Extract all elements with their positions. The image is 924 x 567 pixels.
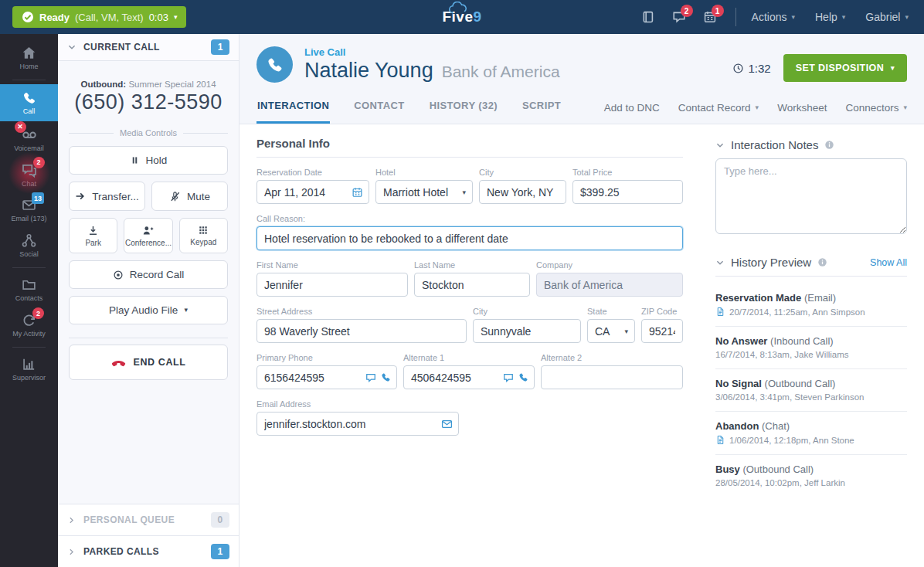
conference-button[interactable]: Conference... (124, 218, 172, 253)
keypad-button[interactable]: Keypad (179, 218, 228, 253)
call-reason-input[interactable] (256, 226, 683, 250)
history-entry[interactable]: No Signal (Outbound Call) 3/06/2014, 3:4… (715, 369, 907, 412)
mute-button[interactable]: Mute (151, 182, 228, 211)
status-timer: 0:03 (149, 12, 168, 23)
worksheet-action[interactable]: Worksheet (777, 102, 827, 114)
set-disposition-button[interactable]: SET DISPOSITION ▾ (783, 54, 907, 82)
calendar-icon[interactable]: 1 (703, 10, 717, 24)
hotel-select[interactable] (375, 180, 473, 204)
email-badge: 13 (32, 192, 44, 204)
current-call-header[interactable]: CURRENT CALL 1 (58, 34, 239, 61)
alternate2-phone-input[interactable] (541, 365, 683, 389)
user-menu[interactable]: Gabriel▾ (865, 11, 909, 23)
logo-text-nine: 9 (473, 8, 481, 25)
first-name-input[interactable] (256, 273, 408, 297)
clock-icon (732, 63, 744, 74)
chevron-down-icon (715, 141, 725, 150)
sidebar-item-email[interactable]: 13 Email (173) (0, 192, 58, 228)
tab-history[interactable]: HISTORY (32) (429, 93, 498, 124)
main-area: Live Call Natalie Young Bank of America … (239, 34, 924, 567)
history-entry[interactable]: Busy (Outbound Call) 28/05/2014, 10:02pm… (715, 455, 907, 497)
call-timer: 1:32 (732, 62, 771, 75)
campaign-direction-label: Outbound: (80, 80, 126, 89)
history-disposition: No Answer (715, 335, 767, 347)
voicemail-badge: ✕ (15, 121, 26, 133)
field-label: Primary Phone (256, 353, 397, 362)
record-call-button[interactable]: Record Call (69, 260, 228, 289)
dial-phone-icon[interactable] (518, 372, 528, 382)
zip-code-input[interactable] (641, 319, 683, 343)
history-disposition: Busy (715, 463, 740, 475)
personal-queue-label: PERSONAL QUEUE (83, 514, 175, 525)
sidebar-item-home[interactable]: Home (0, 40, 58, 76)
sidebar-item-social[interactable]: Social (0, 228, 58, 263)
notifications-chat-icon[interactable]: 2 (672, 10, 686, 24)
phone-icon (22, 91, 36, 105)
sidebar-item-my-activity[interactable]: 2 My Activity (0, 307, 58, 343)
tab-script[interactable]: SCRIPT (521, 93, 562, 124)
chat-icon: 2 (22, 162, 37, 178)
field-label: Total Price (572, 168, 683, 177)
history-arrow-icon: 2 (22, 313, 36, 328)
calendar-notification-badge: 1 (712, 5, 724, 17)
history-preview-header[interactable]: History Preview Show All (715, 256, 907, 277)
add-to-dnc-action[interactable]: Add to DNC (604, 102, 660, 114)
chevron-right-icon (67, 548, 76, 556)
history-channel: (Outbound Call) (742, 463, 814, 475)
parked-calls-accordion[interactable]: PARKED CALLS 1 (58, 535, 239, 567)
end-call-button[interactable]: END CALL (69, 345, 228, 380)
info-icon (824, 140, 834, 150)
city-input-2[interactable] (473, 319, 581, 343)
last-name-input[interactable] (414, 273, 530, 297)
sidebar-item-label: Social (19, 250, 39, 258)
interaction-notes-textarea[interactable] (715, 158, 907, 234)
campaign-name: Summer Special 2014 (128, 80, 216, 89)
sidebar-item-supervisor[interactable]: Supervisor (0, 351, 58, 387)
address-book-icon[interactable] (641, 10, 655, 24)
actions-menu[interactable]: Actions▾ (752, 11, 795, 23)
total-price-input[interactable] (572, 180, 683, 204)
sidebar-item-label: Voicemail (14, 144, 44, 152)
city-input[interactable] (479, 180, 566, 204)
tab-contact[interactable]: CONTACT (353, 93, 405, 124)
personal-queue-accordion[interactable]: PERSONAL QUEUE 0 (58, 504, 239, 535)
my-activity-badge: 2 (32, 307, 44, 319)
chevron-down-icon (67, 42, 76, 52)
send-email-icon[interactable] (441, 418, 453, 429)
help-menu[interactable]: Help▾ (815, 11, 845, 23)
field-label: Alternate 2 (541, 353, 683, 362)
sidebar-item-contacts[interactable]: Contacts (0, 272, 58, 307)
history-entry[interactable]: Reservation Made (Email) 20/7/2014, 11:2… (715, 284, 907, 327)
history-preview: History Preview Show All Reservation Mad… (715, 256, 907, 497)
hold-button[interactable]: Hold (69, 146, 228, 175)
play-audio-file-button[interactable]: Play Audio File ▾ (69, 296, 228, 324)
cloud-icon (448, 2, 469, 15)
calendar-icon[interactable] (352, 186, 363, 198)
history-entry[interactable]: No Answer (Inbound Call) 16/7/2014, 8:13… (715, 327, 907, 369)
folder-icon (22, 277, 36, 292)
connectors-menu[interactable]: Connectors▾ (845, 102, 907, 114)
sidebar-item-voicemail[interactable]: ✕ Voicemail (0, 121, 58, 157)
status-channels: (Call, VM, Text) (75, 12, 144, 23)
interaction-notes-header[interactable]: Interaction Notes (715, 138, 907, 151)
sms-bubble-icon[interactable] (365, 372, 376, 383)
envelope-icon: 13 (22, 198, 36, 212)
email-input[interactable] (256, 412, 459, 436)
field-label: Reservation Date (256, 168, 369, 177)
street-address-input[interactable] (256, 319, 467, 343)
contact-record-menu[interactable]: Contact Record▾ (678, 102, 759, 114)
show-all-link[interactable]: Show All (870, 257, 907, 268)
sidebar-item-chat[interactable]: 2 Chat (0, 157, 58, 192)
park-button[interactable]: Park (69, 218, 117, 253)
history-meta: 3/06/2014, 3:41pm, Steven Parkinson (715, 392, 864, 402)
field-label: Email Address (256, 399, 459, 409)
sms-bubble-icon[interactable] (503, 372, 514, 383)
field-label: State (587, 307, 635, 316)
agent-status-button[interactable]: Ready (Call, VM, Text) 0:03 ▾ (12, 6, 186, 28)
tab-interaction[interactable]: INTERACTION (256, 93, 330, 124)
dial-phone-icon[interactable] (381, 372, 391, 382)
history-entry[interactable]: Abandon (Chat) 1/06/2014, 12:18pm, Ann S… (715, 412, 907, 455)
sidebar-item-call[interactable]: Call (0, 84, 58, 121)
share-network-icon (22, 233, 36, 248)
transfer-button[interactable]: Transfer... (69, 182, 145, 211)
